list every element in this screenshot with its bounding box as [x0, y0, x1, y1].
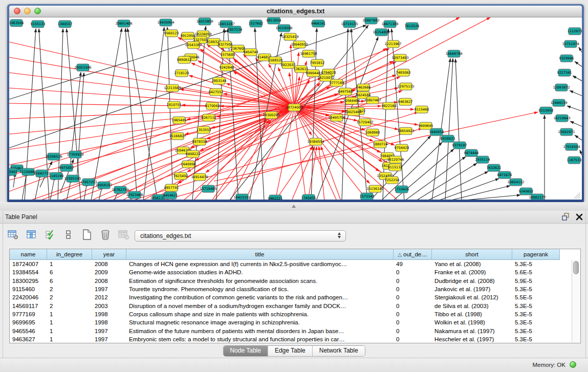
float-panel-icon[interactable]	[562, 213, 570, 221]
graph-node[interactable]: 15716485	[200, 185, 216, 192]
graph-node[interactable]: 20206526	[45, 153, 62, 160]
graph-node[interactable]: 8938923	[441, 135, 455, 142]
graph-node[interactable]: 18724007	[286, 104, 302, 111]
graph-node[interactable]: 1733426	[395, 186, 409, 193]
tab-node-table[interactable]: Node Table	[223, 346, 268, 356]
graph-node[interactable]: 17359928	[67, 151, 83, 158]
graph-node[interactable]: 1167533	[567, 157, 582, 164]
graph-node[interactable]: 9155133	[31, 20, 46, 28]
graph-node[interactable]: 3915901	[9, 168, 17, 176]
graph-node[interactable]: 9115132	[388, 164, 403, 171]
network-view-window[interactable]: citations_edges.txt 19635069155133134055…	[7, 4, 584, 202]
create-column-icon[interactable]	[80, 228, 94, 242]
graph-node[interactable]: 9498222	[186, 150, 201, 158]
graph-node[interactable]: 10719155	[341, 20, 358, 28]
graph-node[interactable]: 7625402	[173, 172, 188, 180]
column-header-short[interactable]: short	[432, 249, 512, 260]
graph-node[interactable]: 1573342	[360, 193, 375, 200]
graph-node[interactable]: 9560123	[164, 30, 179, 37]
graph-node[interactable]: 1068860	[365, 129, 380, 136]
table-row[interactable]: 1456911722003Disruption of a novel membe…	[10, 301, 580, 310]
graph-node[interactable]: 18082177	[529, 194, 546, 200]
graph-node[interactable]: 16782759	[112, 186, 128, 193]
graph-node[interactable]: 10973493	[391, 54, 408, 61]
graph-node[interactable]: 1527602	[249, 20, 264, 27]
graph-node[interactable]: 18640910	[291, 41, 308, 48]
tab-edge-table[interactable]: Edge Table	[268, 346, 313, 356]
graph-node[interactable]: 1575685	[221, 51, 235, 58]
graph-node[interactable]: 15751074	[562, 40, 579, 48]
graph-node[interactable]: 12444139	[550, 99, 567, 106]
graph-node[interactable]: 8427552	[209, 89, 224, 96]
graph-node[interactable]: 1353553	[197, 126, 211, 134]
column-header-out_de[interactable]: △out_de…	[394, 249, 432, 260]
graph-node[interactable]: 9245652	[519, 188, 534, 195]
graph-node[interactable]: 19654923	[397, 127, 414, 135]
graph-node[interactable]: 8215958	[539, 107, 554, 114]
table-row[interactable]: 1872400712008Changes of HCN gene express…	[10, 260, 580, 268]
graph-node[interactable]: 8454749	[244, 49, 258, 56]
graph-node[interactable]: 12213967	[384, 40, 401, 48]
graph-node[interactable]: 7485063	[396, 69, 411, 76]
table-row[interactable]: 1938455462009Genome-wide association stu…	[10, 268, 580, 276]
graph-node[interactable]: 1340557	[58, 20, 73, 28]
graph-node[interactable]: 17957253	[80, 179, 97, 186]
select-all-rows-icon[interactable]	[43, 228, 57, 242]
graph-node[interactable]: 9459621	[163, 192, 178, 199]
column-header-pagerank[interactable]: pagerank	[512, 249, 560, 260]
graph-node[interactable]: 9462221	[268, 195, 283, 200]
graph-node[interactable]: 16033809	[196, 18, 213, 25]
graph-node[interactable]: 10807467	[364, 97, 381, 104]
graph-node[interactable]: 19384554	[307, 138, 324, 145]
graph-node[interactable]: 8267110	[202, 114, 216, 121]
table-row[interactable]: 2242004622012Investigating the contribut…	[10, 293, 580, 301]
graph-node[interactable]: 15136141	[366, 185, 383, 192]
graph-node[interactable]: 17016504	[563, 143, 580, 150]
table-row[interactable]: 946362711997Embryonic stem cells: a mode…	[10, 335, 580, 343]
graph-node[interactable]: 12975115	[397, 83, 414, 90]
graph-node[interactable]: 7857224	[228, 26, 243, 33]
graph-node[interactable]: 8622160	[382, 102, 397, 110]
graph-node[interactable]: 8471676	[497, 171, 512, 179]
graph-node[interactable]: 18430954	[157, 19, 174, 26]
graph-node[interactable]: 19958107	[95, 182, 112, 189]
graph-node[interactable]: 1640954	[429, 128, 444, 136]
graph-node[interactable]: 18495756	[328, 114, 345, 121]
graph-node[interactable]: 12042737	[33, 170, 50, 177]
graph-node[interactable]: 20887682	[362, 17, 379, 24]
graph-node[interactable]: 7815526	[405, 23, 420, 30]
node-table[interactable]: namein_degreeyeartitle△out_de…shortpager…	[9, 249, 581, 343]
graph-node[interactable]: 1112973	[568, 28, 582, 35]
graph-node[interactable]: 12505185	[64, 175, 81, 182]
window-titlebar[interactable]: citations_edges.txt	[9, 6, 582, 17]
graph-node[interactable]: 18325419	[281, 33, 298, 40]
graph-node[interactable]: 7632621	[487, 164, 502, 171]
graph-node[interactable]: 9379197	[452, 142, 467, 149]
column-header-name[interactable]: name	[10, 249, 47, 260]
splitter-handle-icon[interactable]	[292, 205, 296, 208]
graph-node[interactable]: 9170042	[205, 102, 220, 110]
graph-node[interactable]: 20691406	[115, 20, 132, 27]
graph-node[interactable]: 1145190	[49, 172, 64, 180]
close-panel-icon[interactable]	[576, 213, 583, 221]
graph-node[interactable]: 9474444	[464, 149, 479, 157]
graph-node[interactable]: 15166827	[169, 133, 186, 140]
graph-node[interactable]: 9227341	[557, 69, 572, 76]
show-columns-icon[interactable]	[25, 228, 38, 242]
graph-node[interactable]: 10654112	[507, 179, 524, 186]
graph-node[interactable]: 9115460	[415, 106, 429, 113]
column-header-in_degree[interactable]: in_degree	[47, 249, 92, 260]
memory-status-icon[interactable]	[570, 361, 576, 368]
column-header-year[interactable]: year	[92, 249, 126, 260]
table-row[interactable]: 977716911998Corpus callosum shape and si…	[10, 310, 580, 318]
graph-node[interactable]: 1810755	[167, 101, 182, 108]
graph-node[interactable]: 12213563	[164, 84, 181, 92]
graph-node[interactable]: 16648784	[445, 50, 462, 57]
graph-node[interactable]: 7955812	[310, 59, 325, 67]
network-canvas[interactable]: 1963506915513313405572069140618430954160…	[9, 17, 582, 200]
table-vertical-scrollbar[interactable]	[572, 260, 580, 342]
graph-node[interactable]: 20053346	[74, 64, 91, 71]
graph-node[interactable]: 18425551	[233, 194, 250, 200]
graph-node[interactable]: 9777169	[330, 79, 344, 86]
graph-node[interactable]: 9756928	[395, 144, 409, 151]
